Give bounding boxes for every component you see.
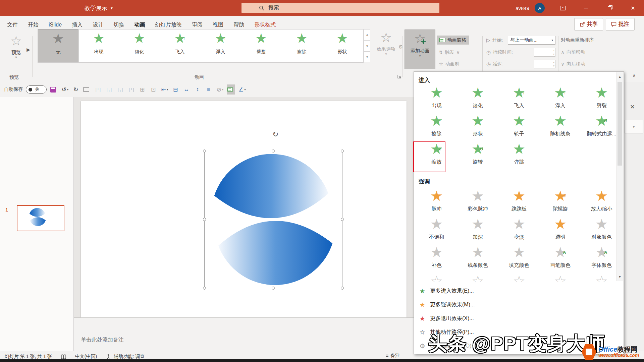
send-to-back-icon[interactable]: ◳ — [127, 84, 135, 95]
effect-item[interactable]: ★ 填充颜色 — [498, 245, 540, 273]
gallery-effect-item[interactable]: ★↑ 浮入 — [200, 29, 241, 62]
effect-item[interactable]: ★ 出现 — [416, 85, 457, 113]
menu-item[interactable]: ★ 更多进入效果(E)... — [414, 284, 624, 298]
trigger-button[interactable]: ↯ 触发 ∨ — [439, 48, 460, 57]
align-middle-icon[interactable]: ⊟ — [171, 84, 179, 95]
effect-item[interactable]: ★ 淡化 — [457, 85, 498, 113]
avatar[interactable]: A — [535, 3, 545, 13]
gallery-effect-item[interactable]: ★ 形状 — [322, 29, 363, 62]
animation-painter-button[interactable]: ☆ 动画刷 — [439, 59, 459, 68]
menu-item[interactable]: ★ 更多强调效果(M)... — [414, 298, 624, 312]
menu-item[interactable]: ★ 更多退出效果(X)... — [414, 312, 624, 325]
autosave-toggle[interactable]: 关 — [26, 85, 47, 94]
align-horizontal-icon[interactable]: ↔ — [182, 84, 191, 95]
effect-item[interactable]: ★ 变淡 — [498, 217, 540, 245]
dropdown-scrollbar[interactable]: ▲ ▼ — [616, 72, 623, 281]
gallery-scroll-up-button[interactable]: ∧ — [364, 29, 370, 40]
gallery-effect-item[interactable]: ★↑ 飞入 — [160, 29, 200, 62]
bring-to-front-icon[interactable]: ◲ — [116, 84, 124, 95]
resize-handle-w[interactable] — [203, 218, 206, 221]
add-animation-button[interactable]: ☆＋ 添加动画 ∨ — [405, 29, 435, 69]
effect-item[interactable]: ★ 加深 — [457, 217, 498, 245]
gallery-effect-item[interactable]: ★ 擦除 — [281, 29, 322, 62]
selected-shape[interactable] — [206, 153, 340, 286]
notes-area[interactable]: 单击此处添加备注 — [74, 317, 414, 351]
effect-item[interactable]: ★ 对象颜色 — [581, 217, 622, 245]
move-earlier-button[interactable]: ∧ 向前移动 — [561, 48, 585, 57]
preview-button[interactable]: ☆▶ 预览 ∨ — [3, 34, 29, 59]
spellcheck-indicator[interactable] — [61, 354, 66, 359]
restore-button[interactable] — [602, 0, 617, 16]
effect-item[interactable]: ★ 跷跷板 — [498, 188, 540, 217]
move-later-button[interactable]: ∨ 向后移动 — [561, 59, 585, 68]
gallery-effect-item[interactable]: ★ 劈裂 — [241, 29, 281, 62]
effect-item[interactable]: ★↑ 浮入 — [540, 85, 581, 113]
collapse-ribbon-icon[interactable]: ∧ — [633, 73, 636, 78]
effect-item[interactable]: ★ 透明 — [540, 217, 581, 245]
resize-handle-nw[interactable] — [203, 149, 206, 153]
effect-item[interactable]: ★ 劈裂 — [581, 85, 622, 113]
scroll-down-icon[interactable]: ▼ — [617, 273, 623, 281]
effect-options-button[interactable]: ☆⚙ 效果选项 ∨ — [371, 30, 401, 56]
send-backward-icon[interactable]: ◱ — [105, 84, 113, 95]
effect-item[interactable]: ★ 补色 — [416, 245, 457, 273]
rotate-icon[interactable]: ∠▾ — [238, 84, 246, 95]
slideshow-icon[interactable] — [83, 84, 91, 95]
comments-button[interactable]: 批注 — [606, 18, 635, 31]
effect-item[interactable]: ★A 画笔颜色 — [540, 245, 581, 273]
animation-pane-button[interactable]: 动画窗格 — [437, 36, 469, 45]
resize-handle-e[interactable] — [341, 218, 344, 221]
effect-item[interactable]: ★ 放大/缩小 — [581, 188, 622, 217]
effect-item[interactable]: ★ 彩色脉冲 — [457, 188, 498, 217]
effect-item[interactable]: ★ 弹跳 — [498, 141, 540, 170]
effect-item[interactable]: ★↺ 旋转 — [457, 141, 498, 170]
gallery-scroll-down-button[interactable]: ∨ — [364, 40, 370, 51]
close-button[interactable]: ✕ — [625, 0, 641, 16]
effect-item[interactable]: ★A 字体颜色 — [581, 245, 622, 273]
effect-item[interactable]: ★ 随机线条 — [540, 113, 581, 141]
duration-spinner[interactable] — [534, 48, 555, 57]
distribute-icon[interactable]: ≡ — [205, 84, 213, 95]
animation-pane-icon[interactable] — [227, 84, 235, 95]
bring-forward-icon[interactable]: ◰ — [94, 84, 102, 95]
effect-item[interactable]: ★ 脉冲 — [416, 188, 457, 217]
gallery-expand-button[interactable]: ▾ — [364, 51, 370, 62]
scroll-up-icon[interactable]: ▲ — [617, 72, 623, 81]
ribbon-display-options-button[interactable]: ▴ — [555, 0, 571, 16]
effect-item[interactable]: ★ 擦除 — [416, 113, 457, 141]
share-button[interactable]: 共享 — [574, 18, 603, 31]
resize-handle-ne[interactable] — [341, 149, 344, 153]
effect-item[interactable]: ★ 线条颜色 — [457, 245, 498, 273]
ribbon-tab[interactable]: 文件 — [2, 16, 23, 34]
delay-spinner[interactable] — [534, 60, 555, 68]
effect-item[interactable]: ★ 形状 — [457, 113, 498, 141]
redo-icon[interactable]: ↻ — [72, 84, 80, 95]
effect-item[interactable]: ★↺ 翻转式由远... — [581, 113, 622, 141]
document-title[interactable]: 教学展示 ▼ — [60, 0, 138, 16]
resize-handle-se[interactable] — [341, 287, 344, 290]
minimize-button[interactable]: ─ — [578, 0, 594, 16]
ungroup-icon[interactable]: ⊡ — [149, 84, 157, 95]
align-left-icon[interactable]: ⇤▾ — [160, 84, 168, 95]
slide-thumbnail[interactable] — [17, 205, 64, 231]
rotate-handle-icon[interactable]: ↻ — [272, 130, 278, 139]
undo-icon[interactable]: ↺▾ — [61, 84, 69, 95]
group-icon[interactable]: ⊞ — [138, 84, 146, 95]
effect-item[interactable]: ★↙ 缩放 — [416, 141, 457, 170]
resize-handle-s[interactable] — [272, 287, 275, 290]
dialog-launcher-icon[interactable] — [397, 74, 401, 79]
gallery-effect-item[interactable]: ★ 出现 — [78, 29, 119, 62]
pane-dropdown-button[interactable]: ▼ — [625, 120, 643, 133]
gallery-effect-item[interactable]: ★ 淡化 — [119, 29, 160, 62]
effect-item[interactable]: ★↑ 飞入 — [498, 85, 540, 113]
search-input[interactable]: 搜索 — [241, 3, 439, 13]
save-icon[interactable] — [50, 84, 58, 95]
gallery-effect-item[interactable]: ★ 无 — [38, 29, 78, 62]
resize-handle-n[interactable] — [272, 149, 275, 153]
resize-handle-sw[interactable] — [203, 287, 206, 290]
effect-item[interactable]: ★ 轮子 — [498, 113, 540, 141]
effect-item[interactable]: ★↺ 陀螺旋 — [540, 188, 581, 217]
effect-item[interactable]: ★ 不饱和 — [416, 217, 457, 245]
merge-shapes-icon[interactable]: ⊘▾ — [216, 84, 224, 95]
scrollbar-thumb[interactable] — [618, 82, 622, 166]
